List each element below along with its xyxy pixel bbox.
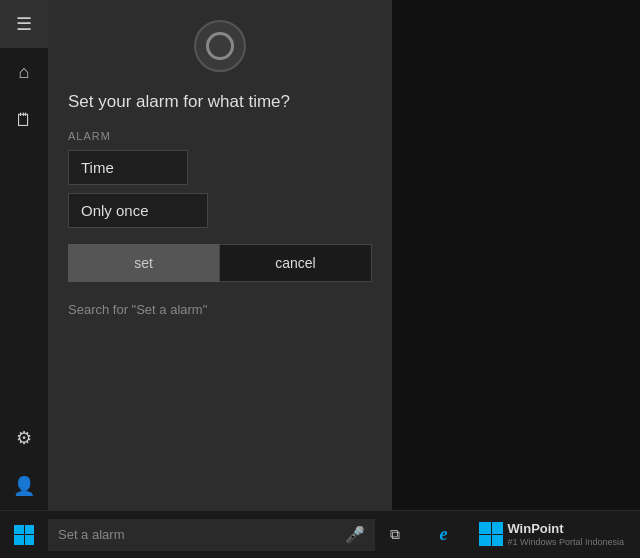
cortana-inner-circle xyxy=(206,32,234,60)
sidebar-item-notebook[interactable]: 🗒 xyxy=(0,96,48,144)
task-view-button[interactable]: ⧉ xyxy=(375,515,415,555)
cortana-panel: Set your alarm for what time? ALARM Time… xyxy=(48,0,392,510)
win-tile-1 xyxy=(14,525,24,535)
win-tile-4 xyxy=(25,535,35,545)
edge-button[interactable]: e xyxy=(423,515,463,555)
win-tile-3 xyxy=(14,535,24,545)
hamburger-icon: ☰ xyxy=(16,13,32,35)
cancel-button[interactable]: cancel xyxy=(219,244,372,282)
alarm-label: ALARM xyxy=(68,130,372,142)
taskbar-search-input[interactable] xyxy=(58,527,337,542)
settings-icon: ⚙ xyxy=(16,427,32,449)
notebook-icon: 🗒 xyxy=(15,110,33,131)
wp-tile-3 xyxy=(479,535,491,547)
winpoint-logo-icon xyxy=(479,522,503,546)
sidebar: ☰ ⌂ 🗒 ⚙ 👤 xyxy=(0,0,48,510)
question-text: Set your alarm for what time? xyxy=(68,90,372,114)
taskbar-right: ⧉ e WinPoint #1 Windows Portal Indonesia xyxy=(375,515,640,555)
task-view-icon: ⧉ xyxy=(390,526,400,543)
taskbar-search-box[interactable]: 🎤 xyxy=(48,519,375,551)
set-button[interactable]: set xyxy=(68,244,219,282)
search-link[interactable]: Search for "Set a alarm" xyxy=(68,302,372,317)
wp-tile-1 xyxy=(479,522,491,534)
winpoint-tagline: #1 Windows Portal Indonesia xyxy=(507,537,624,548)
winpoint-text-block: WinPoint #1 Windows Portal Indonesia xyxy=(507,521,624,547)
cortana-logo-area xyxy=(48,0,392,82)
edge-icon: e xyxy=(439,524,447,545)
wp-tile-4 xyxy=(492,535,504,547)
feedback-icon: 👤 xyxy=(13,475,35,497)
win-tile-2 xyxy=(25,525,35,535)
winpoint-brand: WinPoint xyxy=(507,521,624,537)
cortana-content: Set your alarm for what time? ALARM Time… xyxy=(48,82,392,325)
start-button[interactable] xyxy=(0,511,48,559)
time-field[interactable]: Time xyxy=(68,150,188,185)
microphone-icon[interactable]: 🎤 xyxy=(345,525,365,544)
sidebar-item-settings[interactable]: ⚙ xyxy=(0,414,48,462)
wp-tile-2 xyxy=(492,522,504,534)
windows-logo xyxy=(14,525,34,545)
cortana-logo xyxy=(194,20,246,72)
taskbar: 🎤 ⧉ e WinPoint #1 Windows Portal Indones… xyxy=(0,510,640,558)
sidebar-item-home[interactable]: ⌂ xyxy=(0,48,48,96)
buttons-row: set cancel xyxy=(68,244,372,282)
sidebar-item-hamburger[interactable]: ☰ xyxy=(0,0,48,48)
right-area xyxy=(392,0,640,510)
frequency-field[interactable]: Only once xyxy=(68,193,208,228)
home-icon: ⌂ xyxy=(19,62,30,83)
sidebar-item-feedback[interactable]: 👤 xyxy=(0,462,48,510)
winpoint-branding: WinPoint #1 Windows Portal Indonesia xyxy=(471,521,632,547)
